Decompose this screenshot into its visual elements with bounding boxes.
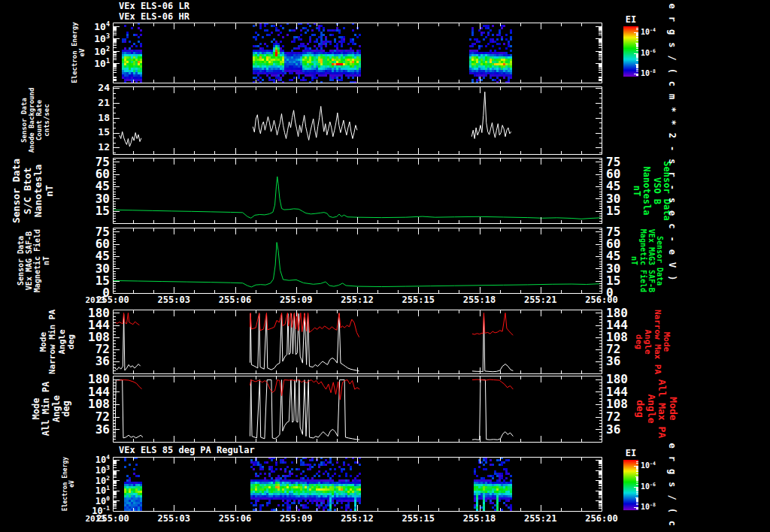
axis-label-line: Narrow Max PA — [652, 310, 661, 374]
y-tick-label-right: 36 — [606, 355, 651, 368]
x-tick-label: 255:06 — [211, 514, 259, 524]
y-tick-label-right: 36 — [606, 423, 651, 437]
x-tick-label: 255:12 — [333, 295, 381, 305]
colorbar-top-unit-label: ergs/(cm**2-sr-sec-eV) — [666, 4, 676, 289]
axis-label-line: S/C Btot — [22, 159, 33, 223]
y-tick-label: 24 — [44, 83, 110, 94]
axis-label-line: All Max PA — [656, 379, 668, 438]
axis-label-line: Sensor Data — [20, 88, 28, 153]
axis-label-line: Mode — [32, 382, 41, 436]
colorbar-top-canvas — [623, 26, 638, 77]
axis-label-line: Magnetic Field — [33, 229, 41, 292]
y-tick-label: 102 — [44, 476, 110, 486]
axis-label-line: VSO B — [651, 161, 661, 220]
y-tick-label: 18 — [44, 113, 110, 124]
axis-label-line: Sensor Data — [11, 159, 23, 223]
y-tick-label: 15 — [44, 204, 110, 218]
axis-label-line: Sensor Data — [656, 229, 664, 292]
x-tick-label: 255:00 — [89, 295, 137, 305]
colorbar-tick-label: 10-6 — [641, 482, 666, 491]
y-tick-label: 15 — [44, 127, 110, 138]
y-tick-label: 103 — [44, 33, 110, 45]
y-tick-label: 101 — [44, 485, 110, 496]
y-tick-label: 103 — [44, 465, 110, 476]
colorbar-tick-label: 10-8 — [641, 503, 666, 512]
x-tick-label: 255:12 — [333, 514, 381, 524]
x-tick-label: 255:09 — [272, 514, 320, 524]
colorbar-bottom-unit-label: ergs/(cm**2-sr-sec-eV) — [666, 443, 676, 532]
axis-label-line: Mode — [668, 379, 679, 438]
x-tick-label: 255:15 — [394, 514, 442, 524]
colorbar-tick-label: 10-6 — [641, 49, 666, 58]
y-tick-label: 104 — [44, 21, 110, 33]
x-tick-label: 255:03 — [150, 295, 198, 305]
panel-2-canvas — [113, 86, 602, 155]
y-tick-label: 15 — [44, 274, 110, 288]
y-tick-label: 21 — [44, 98, 110, 109]
x-tick-label: 255:09 — [272, 295, 320, 305]
panel-3-canvas — [113, 158, 602, 224]
x-tick-label: 255:03 — [150, 514, 198, 524]
panel1-title-lr: VEx ELS-06 LR — [119, 2, 189, 11]
y-tick-label: 102 — [44, 46, 110, 58]
axis-label-line: Mode — [661, 310, 670, 374]
panel1-title-hr: VEx ELS-06 HR — [119, 12, 189, 22]
x-tick-label: 255:21 — [517, 295, 565, 305]
y-tick-label: 36 — [44, 423, 110, 437]
axis-label-line: Nanotesla — [33, 159, 44, 223]
x-tick-label: 256:00 — [578, 295, 626, 305]
colorbar-bottom-title: EI — [626, 449, 636, 458]
axis-label-line: VEx MAG SAF-B — [25, 229, 33, 292]
panel-7-canvas — [113, 457, 602, 512]
axis-label-line: Count Rate — [35, 88, 43, 153]
x-tick-label: 255:06 — [211, 295, 259, 305]
x-tick-label: 255:15 — [394, 295, 442, 305]
panel-1-canvas — [113, 23, 602, 83]
colorbar-tick-label: 10-8 — [641, 69, 666, 78]
panel-5-canvas — [113, 310, 602, 374]
plot-figure: VEx ELS-06 LR VEx ELS-06 HR VEx ELS 85 d… — [0, 0, 770, 532]
y-tick-label-right: 15 — [606, 204, 651, 218]
x-tick-label: 256:00 — [578, 514, 626, 524]
panel7-title: VEx ELS 85 deg PA Regular — [119, 446, 255, 455]
panel-4-canvas — [113, 228, 602, 294]
axis-label-line: Sensor Data — [17, 229, 25, 292]
y-tick-label: 104 — [44, 455, 110, 465]
y-tick-label: 101 — [44, 58, 110, 70]
colorbar-top-title: EI — [626, 15, 636, 25]
x-tick-label: 255:21 — [517, 514, 565, 524]
panel-6-canvas — [113, 376, 602, 443]
axis-label-line: Anode Background — [28, 88, 35, 153]
colorbar-tick-label: 10-4 — [641, 28, 666, 37]
x-tick-label: 255:18 — [456, 514, 504, 524]
y-tick-label: 36 — [44, 355, 110, 368]
colorbar-tick-label: 10-4 — [641, 461, 666, 470]
colorbar-bottom-canvas — [623, 460, 638, 510]
y-tick-label: 12 — [44, 142, 110, 153]
x-tick-label: 255:00 — [89, 514, 137, 524]
x-tick-label: 255:18 — [456, 295, 504, 305]
